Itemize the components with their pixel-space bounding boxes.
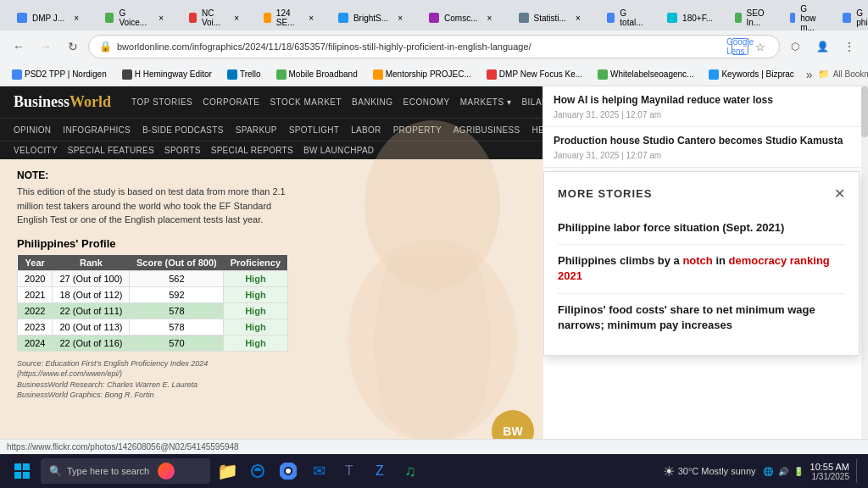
nav-health[interactable]: HEALTH [531, 125, 542, 135]
tab-dmp[interactable]: DMP J... × [7, 5, 93, 30]
cell-year-2020: 2020 [18, 270, 53, 286]
tab-label: 180+F... [682, 14, 713, 23]
tab-bright[interactable]: BrightS... × [328, 5, 417, 30]
bookmark-mentorship[interactable]: Mentorship PROJEC... [368, 68, 476, 81]
taskbar-chrome[interactable] [275, 458, 302, 485]
overlay-close-button[interactable]: ✕ [834, 186, 845, 202]
bookmark-keywords[interactable]: Keywords | Bizprac [704, 68, 798, 81]
infographic-panel: BusinessWorld TOP STORIES CORPORATE STOC… [0, 86, 542, 461]
tab-180f[interactable]: 180+F... [657, 5, 723, 30]
more-story-headline-3[interactable]: Filipinos' food costs' share to net mini… [558, 302, 845, 333]
scrollbar[interactable] [861, 86, 868, 461]
start-button[interactable] [7, 456, 37, 486]
bookmark-psd2[interactable]: PSD2 TPP | Nordigen [7, 68, 112, 81]
taskbar-edge[interactable] [244, 458, 271, 485]
tab-voice1[interactable]: G Voice... × [95, 5, 177, 30]
bookmark-label: PSD2 TPP | Nordigen [25, 69, 107, 79]
taskbar-spotify[interactable]: ♫ [397, 458, 424, 485]
nav-sparkup[interactable]: SPARKUP [236, 125, 277, 135]
tab-label: 124 SE... [276, 8, 302, 27]
article-headline-2[interactable]: Production house Studio Cantero becomes … [554, 134, 858, 148]
scroll-thumb[interactable] [861, 86, 868, 137]
taskbar-teams[interactable]: T [336, 458, 363, 485]
cortana-icon [158, 463, 175, 480]
tab-seo[interactable]: SEO In... [725, 5, 778, 30]
tab-voice2[interactable]: NC Voi... × [179, 5, 252, 30]
bookmark-label: DMP New Focus Ke... [499, 69, 582, 79]
tab-close[interactable]: × [393, 11, 407, 25]
bookmark-trello[interactable]: Trello [222, 68, 266, 81]
systray-battery[interactable]: 🔋 [793, 467, 804, 476]
bookmark-icon [487, 69, 497, 80]
weather-widget[interactable]: ☀ 30°C Mostly sunny [663, 463, 756, 480]
cell-rank-2020: 27 (Out of 100) [53, 270, 130, 286]
col-rank: Rank [53, 255, 130, 271]
nav-sports[interactable]: SPORTS [164, 146, 201, 155]
back-button[interactable]: ← [7, 35, 31, 58]
tab-close[interactable]: × [571, 11, 585, 25]
nav-opinion[interactable]: OPINION [14, 125, 51, 135]
tab-favicon [519, 13, 529, 23]
cell-prof-2024: High [224, 335, 287, 351]
nav-stock-market[interactable]: STOCK MARKET [270, 97, 342, 107]
address-bar[interactable]: 🔒 bworldonline.com/infographics/2024/11/… [88, 35, 780, 58]
taskbar-search-box[interactable]: 🔍 Type here to search [41, 458, 210, 484]
tab-gtotal[interactable]: G total... [597, 5, 655, 30]
bookmark-star-icon[interactable]: ☆ [752, 38, 769, 55]
tab-favicon [189, 13, 197, 23]
tab-close[interactable]: × [483, 11, 497, 25]
menu-button[interactable]: ⋮ [837, 35, 861, 58]
cell-rank-2022: 22 (Out of 111) [53, 302, 130, 319]
bookmark-hemingway[interactable]: H Hemingway Editor [117, 68, 217, 81]
cell-score-2020: 562 [130, 270, 224, 286]
tab-label: G Voice... [119, 8, 150, 27]
article-headline-1[interactable]: How AI is helping Maynilad reduce water … [554, 93, 858, 108]
bookmark-icon [373, 69, 383, 80]
bookmark-white[interactable]: Whitelabelseoagenc... [593, 68, 698, 81]
tab-124se[interactable]: 124 SE... × [253, 5, 326, 30]
tab-label: G how m... [800, 4, 821, 32]
profile-button[interactable]: 👤 [810, 35, 834, 58]
more-story-headline-1[interactable]: Philippine labor force situation (Sept. … [558, 220, 845, 236]
bw-logo[interactable]: BusinessWorld [14, 93, 111, 111]
taskbar-file-explorer[interactable]: 📁 [214, 458, 241, 485]
bookmark-icon [12, 69, 22, 80]
taskbar-outlook[interactable]: ✉ [305, 458, 332, 485]
all-bookmarks-button[interactable]: 📁 All Bookmarks [818, 69, 868, 80]
systray-sound[interactable]: 🔊 [778, 467, 788, 476]
nav-bside[interactable]: B-SIDE PODCASTS [142, 125, 224, 135]
more-story-headline-2[interactable]: Philippines climbs by a notch in democra… [558, 253, 845, 284]
system-clock[interactable]: 10:55 AM 1/31/2025 [810, 462, 849, 481]
bookmark-dmp[interactable]: DMP New Focus Ke... [481, 68, 587, 81]
nav-velocity[interactable]: VELOCITY [14, 146, 58, 155]
tab-ghow[interactable]: G how m... [780, 5, 831, 30]
nav-special-features[interactable]: SPECIAL FEATURES [68, 146, 154, 155]
note-title: NOTE: [17, 169, 288, 181]
cell-rank-2024: 22 (Out of 116) [53, 335, 130, 351]
forward-button[interactable]: → [34, 35, 58, 58]
nav-infographics[interactable]: INFOGRAPHICS [63, 125, 131, 135]
all-bookmarks-label: All Bookmarks [833, 69, 868, 79]
reload-button[interactable]: ↻ [61, 35, 85, 58]
tab-statisti[interactable]: Statisti... × [509, 5, 595, 30]
nav-special-reports[interactable]: SPECIAL REPORTS [211, 146, 293, 155]
bookmark-label: Mobile Broadband [289, 69, 358, 79]
systray-network[interactable]: 🌐 [763, 467, 773, 476]
clock-date: 1/31/2025 [812, 472, 850, 481]
tab-comsc[interactable]: Comsc... × [419, 5, 506, 30]
show-desktop-button[interactable] [856, 458, 861, 484]
tab-close[interactable]: × [306, 11, 316, 25]
taskbar-zoom[interactable]: Z [366, 458, 393, 485]
tab-gphilips[interactable]: G philips... [832, 5, 868, 30]
nav-top-stories[interactable]: TOP STORIES [131, 97, 192, 107]
extensions-button[interactable]: ⬡ [783, 35, 807, 58]
tab-close[interactable]: × [231, 11, 242, 25]
logo-business: Business [14, 93, 70, 110]
bookmark-mobile[interactable]: Mobile Broadband [271, 68, 363, 81]
nav-corporate[interactable]: CORPORATE [203, 97, 259, 107]
tab-close[interactable]: × [155, 11, 167, 25]
nav-spotlight[interactable]: SPOTLIGHT [289, 125, 339, 135]
lens-button[interactable]: Google Lens [732, 38, 748, 55]
tab-close[interactable]: × [70, 11, 83, 25]
bookmarks-more-button[interactable]: » [806, 68, 813, 81]
